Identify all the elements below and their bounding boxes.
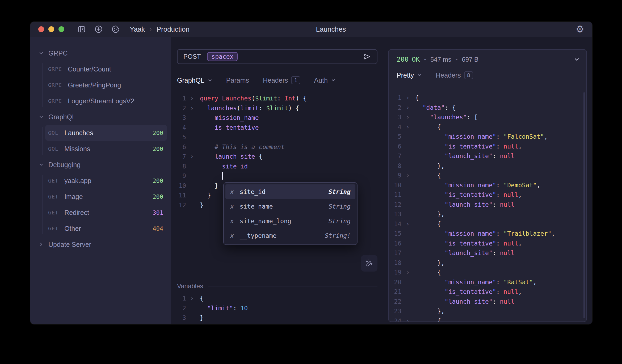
- cookies-icon[interactable]: [111, 25, 120, 34]
- new-request-icon[interactable]: [94, 25, 103, 34]
- sidebar-item-greeter-pingpong[interactable]: GRPCGreeter/PingPong: [45, 77, 167, 93]
- status-badge: 200: [153, 146, 163, 152]
- code-line: 2› launches(limit: $limit) {: [177, 103, 377, 113]
- settings-gear-icon[interactable]: ⚙: [576, 24, 584, 34]
- code-text: launches(limit: $limit) {: [198, 103, 299, 113]
- autocomplete-item-site-id[interactable]: xsite_idString: [225, 184, 355, 199]
- variables-divider: [208, 286, 377, 286]
- sidebar-folder-grpc[interactable]: GRPC: [30, 45, 171, 61]
- code-line: 8 site_id: [177, 162, 377, 171]
- sidebar-folder-update-server[interactable]: Update Server: [30, 236, 171, 252]
- code-text: launch_site {: [198, 152, 262, 162]
- sidebar-item-other[interactable]: GETOther404: [45, 221, 167, 236]
- collapse-response-icon[interactable]: [574, 56, 580, 63]
- fold-chevron-icon[interactable]: ›: [401, 268, 414, 277]
- sidebar-item-yaak-app[interactable]: GETyaak.app200: [45, 173, 167, 189]
- code-line: 3 mission_name: [177, 113, 377, 123]
- response-body-viewer[interactable]: 1›{2› "data": {3› "launches": [4› {5 "mi…: [389, 93, 586, 321]
- code-line: 13 },: [394, 209, 586, 219]
- tab-label: Params: [226, 77, 249, 84]
- code-text: "launch_site": null: [414, 200, 515, 210]
- autocomplete-label: __typename: [240, 232, 276, 239]
- fold-chevron-icon[interactable]: ›: [186, 152, 198, 162]
- line-number: 17: [394, 248, 401, 258]
- fold-gutter: [186, 123, 198, 133]
- code-text: site_id: [198, 162, 248, 171]
- tab-count-badge: 1: [291, 76, 300, 84]
- code-text: "is_tentative": null,: [414, 287, 522, 297]
- sidebar-item-launches[interactable]: GQLLaunches200: [45, 125, 167, 141]
- tab-headers[interactable]: Headers8: [436, 71, 473, 79]
- autocomplete-item-typename[interactable]: x__typenameString!: [225, 228, 355, 243]
- code-text: # This is a comment: [198, 142, 285, 152]
- minimize-window-button[interactable]: [48, 26, 54, 32]
- tab-headers[interactable]: Headers1: [263, 76, 300, 84]
- fold-gutter: [401, 306, 414, 316]
- line-number: 12: [394, 200, 401, 210]
- sidebar-item-logger-streamlogsv2[interactable]: GRPCLogger/StreamLogsV2: [45, 93, 167, 109]
- request-method-label: GET: [48, 225, 58, 232]
- request-name: yaak.app: [64, 177, 91, 185]
- sidebar-folder-debugging[interactable]: Debugging: [30, 157, 171, 173]
- breadcrumb-workspace[interactable]: Production: [157, 25, 190, 33]
- fold-chevron-icon[interactable]: ›: [401, 103, 414, 113]
- tab-pretty[interactable]: Pretty: [397, 71, 422, 79]
- code-line: 1›query Launches($limit: Int) {: [177, 94, 377, 103]
- fold-chevron-icon[interactable]: ›: [401, 93, 414, 103]
- close-window-button[interactable]: [38, 26, 44, 32]
- zoom-window-button[interactable]: [58, 26, 64, 32]
- code-line: 3}: [177, 313, 377, 323]
- fold-gutter: [401, 209, 414, 219]
- code-line: 5 "mission_name": "FalconSat",: [394, 132, 586, 142]
- line-number: 10: [394, 180, 401, 190]
- line-number: 15: [394, 229, 401, 239]
- field-kind-icon: x: [230, 203, 234, 210]
- fold-chevron-icon[interactable]: ›: [401, 219, 414, 229]
- tab-auth[interactable]: Auth: [314, 77, 336, 84]
- fold-chevron-icon[interactable]: ›: [186, 294, 198, 303]
- variables-label: Variables: [177, 282, 203, 290]
- fold-gutter: [186, 171, 198, 181]
- fold-chevron-icon[interactable]: ›: [186, 103, 198, 113]
- response-scrollbar[interactable]: [583, 92, 585, 318]
- fold-chevron-icon[interactable]: ›: [186, 94, 198, 103]
- line-number: 1: [177, 294, 186, 303]
- fold-gutter: [401, 132, 414, 142]
- breadcrumb-app[interactable]: Yaak: [130, 25, 145, 33]
- line-number: 9: [177, 171, 186, 181]
- tab-label: Pretty: [397, 71, 414, 79]
- fold-chevron-icon[interactable]: ›: [401, 316, 414, 322]
- variables-editor[interactable]: 1›{2 "limit": 103}: [177, 294, 377, 323]
- fold-chevron-icon[interactable]: ›: [401, 171, 414, 180]
- sidebar-item-missions[interactable]: GQLMissions200: [45, 141, 167, 157]
- code-text: mission_name: [198, 113, 259, 123]
- autocomplete-item-site-name[interactable]: xsite_nameString: [225, 199, 355, 214]
- code-line: 7 "launch_site": null: [394, 151, 586, 161]
- send-request-icon[interactable]: [363, 52, 371, 61]
- tab-graphql[interactable]: GraphQL: [177, 77, 212, 84]
- line-number: 7: [177, 152, 186, 162]
- code-line: 19› {: [394, 268, 586, 277]
- autocomplete-dropdown: xsite_idStringxsite_nameStringxsite_name…: [223, 182, 358, 245]
- sidebar-folder-graphql[interactable]: GraphQL: [30, 109, 171, 125]
- code-text: {: [198, 294, 204, 303]
- status-badge: 301: [153, 209, 163, 216]
- sidebar-item-counter-count[interactable]: GRPCCounter/Count: [45, 61, 167, 77]
- sidebar-section-update-server: Update Server: [30, 236, 171, 252]
- sidebar-item-redirect[interactable]: GETRedirect301: [45, 205, 167, 221]
- sidebar-item-image[interactable]: GETImage200: [45, 189, 167, 205]
- fold-chevron-icon[interactable]: ›: [401, 112, 414, 122]
- code-line: 2 "limit": 10: [177, 303, 377, 313]
- toggle-sidebar-icon[interactable]: [77, 25, 86, 34]
- autocomplete-item-site-name-long[interactable]: xsite_name_longString: [225, 214, 355, 228]
- tab-label: Auth: [314, 77, 328, 84]
- url-template-pill[interactable]: spacex: [207, 52, 238, 61]
- text-cursor: [222, 172, 223, 180]
- fold-chevron-icon[interactable]: ›: [401, 122, 414, 132]
- chevron-down-icon: [38, 50, 45, 56]
- url-bar[interactable]: POST spacex: [177, 49, 377, 64]
- tab-params[interactable]: Params: [226, 77, 249, 84]
- format-code-button[interactable]: [361, 255, 377, 272]
- line-number: 16: [394, 239, 401, 248]
- line-number: 19: [394, 268, 401, 277]
